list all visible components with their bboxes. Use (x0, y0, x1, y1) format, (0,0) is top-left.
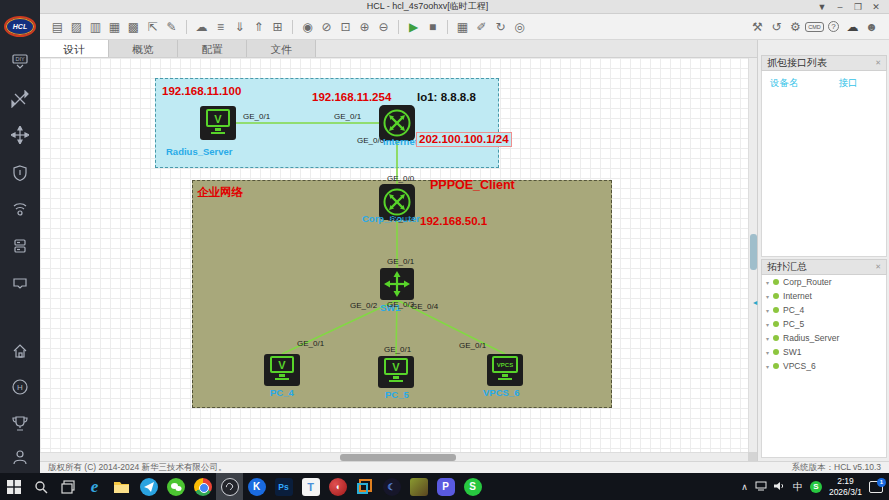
thumbnail-view-icon[interactable]: ⊡ (336, 18, 355, 36)
device-vpcs6[interactable]: VPCS (487, 354, 523, 386)
canvas-horizontal-scrollbar[interactable] (40, 452, 748, 461)
topology-item-vpcs6[interactable]: ▾VPCS_6 (762, 359, 886, 373)
snapshot-icon[interactable]: ◎ (510, 18, 529, 36)
topology-item-pc5[interactable]: ▾PC_5 (762, 317, 886, 331)
topology-item-pc4[interactable]: ▾PC_4 (762, 303, 886, 317)
expand-arrow-icon[interactable]: ▾ (766, 363, 769, 370)
open-project-icon[interactable]: ▨ (67, 18, 86, 36)
expand-arrow-icon[interactable]: ▾ (766, 293, 769, 300)
ime-indicator[interactable]: 中 (793, 480, 803, 494)
user-account-icon[interactable] (11, 448, 29, 466)
obs-icon-active[interactable] (216, 473, 243, 500)
wrench-icon[interactable]: ⚒ (748, 18, 767, 36)
topology-item-radius-server[interactable]: ▾Radius_Server (762, 331, 886, 345)
export-icon[interactable]: ⇱ (143, 18, 162, 36)
volume-icon[interactable] (774, 481, 786, 493)
reset-icon[interactable]: ↺ (767, 18, 786, 36)
file-explorer-icon[interactable] (108, 473, 135, 500)
topology-panel-header[interactable]: 拓扑汇总 ✕ (761, 259, 887, 275)
wechat-icon[interactable] (162, 473, 189, 500)
grid-icon[interactable]: ⊞ (268, 18, 287, 36)
save-icon[interactable]: ▦ (105, 18, 124, 36)
h3c-cloud-icon[interactable]: H (11, 378, 29, 396)
topology-item-internet[interactable]: ▾Internet (762, 289, 886, 303)
download-icon[interactable]: ⇓ (230, 18, 249, 36)
tab-design[interactable]: 设计 (40, 40, 109, 57)
rank-trophy-icon[interactable] (11, 414, 29, 432)
pin-menu-icon[interactable]: ▼ (815, 2, 829, 12)
device-list-icon[interactable]: ▦ (453, 18, 472, 36)
cmd-console-icon[interactable]: CMD (805, 18, 824, 36)
settings-gear-icon[interactable]: ⚙ (786, 18, 805, 36)
radius-server-ip-label[interactable]: 192.168.11.100 (162, 85, 241, 98)
red-app-icon[interactable]: ◖ (324, 473, 351, 500)
dark-app-icon[interactable]: ☾ (378, 473, 405, 500)
wan-ip-label-selected[interactable]: 202.100.100.1/24 (416, 132, 512, 147)
tray-s-app-icon[interactable]: S (810, 481, 822, 493)
zoom-out-icon[interactable]: ⊖ (374, 18, 393, 36)
k-app-icon[interactable]: K (243, 473, 270, 500)
open-folder-icon[interactable]: ▥ (86, 18, 105, 36)
new-project-icon[interactable]: ▤ (48, 18, 67, 36)
custom-topology-icon[interactable] (11, 90, 29, 108)
start-button[interactable] (0, 473, 27, 500)
panel-collapse-handle[interactable]: ◂ (753, 298, 757, 307)
layers-icon[interactable]: ≡ (211, 18, 230, 36)
disable-icon[interactable]: ⊘ (317, 18, 336, 36)
clock[interactable]: 2:19 2026/3/1 (829, 476, 862, 496)
device-radius-server[interactable]: V (200, 106, 236, 140)
p-app-icon[interactable]: P (432, 473, 459, 500)
save-as-icon[interactable]: ▩ (124, 18, 143, 36)
radius-server-label[interactable]: Radius_Server (166, 147, 233, 157)
lan-gateway-ip-label[interactable]: 192.168.50.1 (420, 215, 487, 228)
notification-center-icon[interactable]: 1 (869, 481, 883, 493)
expand-arrow-icon[interactable]: ▾ (766, 349, 769, 356)
diy-devices-icon[interactable]: DIY (11, 52, 29, 70)
start-all-icon[interactable]: ▶ (404, 18, 423, 36)
move-tool-icon[interactable] (11, 126, 29, 144)
enterprise-zone-label[interactable]: 企业网络 (197, 186, 243, 199)
device-pc5[interactable]: V (378, 356, 414, 388)
topology-item-corp-router[interactable]: ▾Corp_Router (762, 275, 886, 289)
annotation-icon[interactable]: ✐ (472, 18, 491, 36)
tab-overview[interactable]: 概览 (109, 40, 178, 57)
expand-arrow-icon[interactable]: ▾ (766, 307, 769, 314)
t-app-icon[interactable]: T (297, 473, 324, 500)
cloud-upload-icon[interactable]: ☁ (192, 18, 211, 36)
upload-icon[interactable]: ⇑ (249, 18, 268, 36)
topology-panel-collapse-icon[interactable]: ✕ (875, 263, 881, 271)
pppoe-client-label[interactable]: PPPOE_Client (430, 179, 515, 193)
expand-arrow-icon[interactable]: ▾ (766, 279, 769, 286)
s-app-icon[interactable]: S (459, 473, 486, 500)
window-app-icon[interactable] (351, 473, 378, 500)
canvas-vertical-scrollbar[interactable] (748, 58, 757, 452)
internet-router-label[interactable]: Internet (383, 137, 418, 147)
task-view-button[interactable] (54, 473, 81, 500)
user-icon[interactable]: ☻ (862, 18, 881, 36)
tab-files[interactable]: 文件 (247, 40, 316, 57)
telegram-icon[interactable] (135, 473, 162, 500)
help-icon[interactable]: ? (824, 18, 843, 36)
capture-panel-header[interactable]: 抓包接口列表 ✕ (761, 55, 887, 71)
tray-expand-icon[interactable]: ∧ (741, 482, 748, 492)
topology-canvas[interactable]: V V V VPCS 192.168.11.100 192.168.11.254… (40, 58, 748, 452)
feedback-icon[interactable]: ☁ (843, 18, 862, 36)
close-button[interactable]: ✕ (869, 2, 883, 12)
chrome-icon[interactable] (189, 473, 216, 500)
security-device-icon[interactable] (11, 164, 29, 182)
vertical-scroll-thumb[interactable] (750, 234, 757, 270)
vpcs6-label[interactable]: VPCS_6 (483, 388, 519, 398)
expand-arrow-icon[interactable]: ▾ (766, 335, 769, 342)
device-pc4[interactable]: V (264, 354, 300, 386)
photoshop-icon[interactable]: Ps (270, 473, 297, 500)
edit-icon[interactable]: ✎ (162, 18, 181, 36)
tab-config[interactable]: 配置 (178, 40, 247, 57)
topology-item-sw1[interactable]: ▾SW1 (762, 345, 886, 359)
horizontal-scroll-thumb[interactable] (340, 454, 456, 461)
gateway-ip-label[interactable]: 192.168.11.254 (312, 91, 391, 104)
home-icon[interactable] (11, 342, 29, 360)
refresh-icon[interactable]: ↻ (491, 18, 510, 36)
minimize-button[interactable]: – (833, 2, 847, 12)
search-icon[interactable] (27, 473, 54, 500)
server-device-icon[interactable] (11, 237, 29, 255)
